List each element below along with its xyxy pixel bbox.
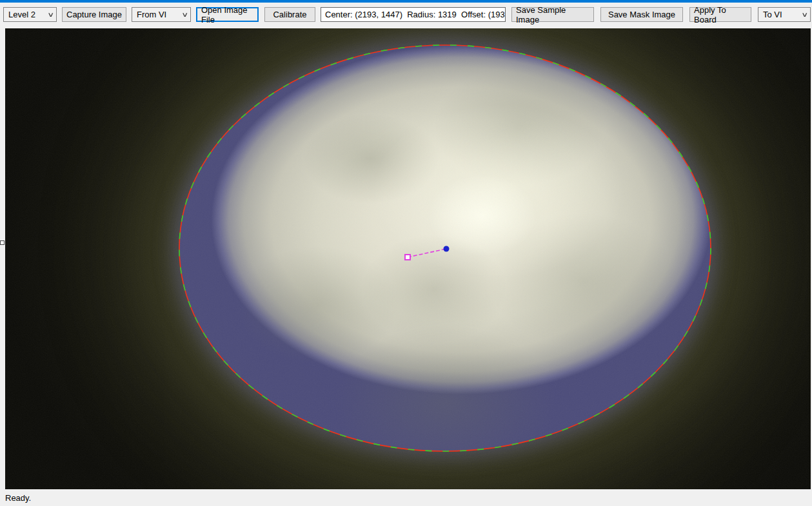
save-sample-image-button[interactable]: Save Sample Image [511, 7, 594, 22]
splitter-grip[interactable] [0, 240, 5, 245]
from-source-select[interactable]: From VI ∨ [132, 7, 191, 22]
level-select-value: Level 2 [8, 10, 35, 19]
left-panel-strip [0, 27, 5, 489]
camera-image-view[interactable] [5, 28, 811, 489]
chevron-down-icon: ∨ [181, 11, 188, 18]
chevron-down-icon: ∨ [801, 11, 808, 18]
to-target-select-value: To VI [763, 10, 782, 19]
light-sphere-image [179, 45, 711, 451]
apply-to-board-button[interactable]: Apply To Board [689, 7, 751, 22]
level-select[interactable]: Level 2 ∨ [3, 7, 57, 22]
status-bar: Ready. [0, 489, 812, 506]
calibrate-button[interactable]: Calibrate [264, 7, 315, 22]
status-message: Ready. [5, 493, 31, 503]
open-image-file-button[interactable]: Open Image File [196, 7, 259, 22]
toolbar: Level 2 ∨ Capture Image From VI ∨ Open I… [0, 3, 812, 27]
calibration-readout-field[interactable]: Center: (2193, 1447) Radius: 1319 Offset… [321, 7, 506, 22]
chevron-down-icon: ∨ [47, 11, 54, 18]
to-target-select[interactable]: To VI ∨ [758, 7, 811, 22]
capture-image-button[interactable]: Capture Image [62, 7, 126, 22]
from-source-select-value: From VI [137, 10, 166, 19]
save-mask-image-button[interactable]: Save Mask Image [600, 7, 683, 22]
